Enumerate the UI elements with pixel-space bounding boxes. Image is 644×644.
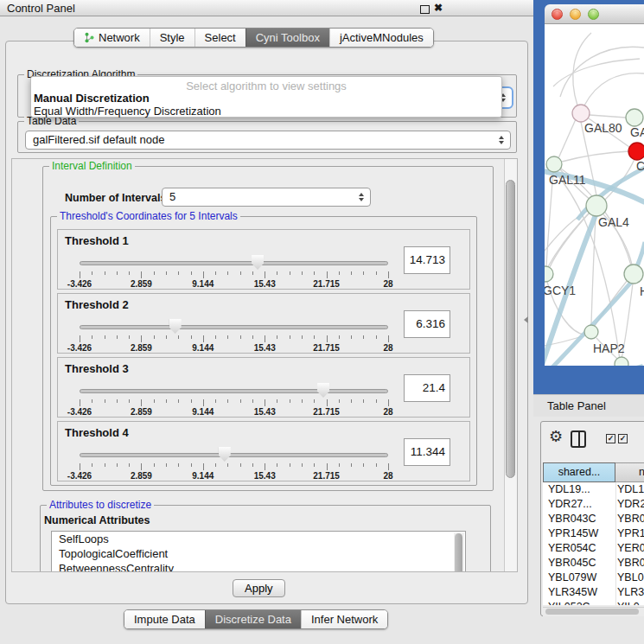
- network-node[interactable]: [615, 357, 628, 366]
- attributes-scrollbar[interactable]: [454, 532, 464, 572]
- table-hscrollbar[interactable]: [543, 607, 644, 616]
- slider-thumb[interactable]: [252, 255, 264, 270]
- table-cell-name: YIL0: [615, 600, 640, 605]
- mac-minimize-icon[interactable]: [570, 9, 581, 20]
- slider-tick: [351, 399, 352, 403]
- slider-tick: [376, 271, 377, 275]
- mac-close-icon[interactable]: [552, 9, 563, 20]
- network-icon: [84, 32, 95, 43]
- table-row[interactable]: YBR043CYBR0: [543, 512, 644, 526]
- mac-zoom-icon[interactable]: [588, 9, 599, 20]
- network-edge: [584, 73, 644, 105]
- network-node[interactable]: [624, 265, 643, 284]
- slider-tick: [154, 463, 155, 467]
- threshold-label: Threshold 2: [65, 298, 129, 311]
- network-canvas[interactable]: GAL80GACGAL11GAL4GCY1HHAP2: [545, 24, 644, 366]
- slider-track[interactable]: [80, 261, 388, 265]
- table-panel-title: Table Panel: [547, 399, 606, 412]
- number-of-intervals-combobox[interactable]: 5: [162, 188, 371, 207]
- network-node[interactable]: [584, 325, 598, 339]
- table-row[interactable]: YBR045CYBR0: [543, 556, 644, 571]
- slider-tick: [290, 463, 290, 467]
- network-node[interactable]: [628, 143, 644, 160]
- close-icon[interactable]: ✖: [434, 2, 443, 14]
- slider-tick-label: 15.43: [254, 471, 276, 481]
- slider-tick: [363, 335, 364, 339]
- threshold-value-field[interactable]: 21.4: [404, 374, 450, 402]
- table-row[interactable]: YPR145WYPR1: [543, 526, 644, 541]
- network-node-label: C: [636, 159, 644, 173]
- algorithm-option[interactable]: Manual Discretization: [34, 92, 499, 105]
- tab-network[interactable]: Network: [74, 29, 150, 47]
- list-item[interactable]: TopologicalCoefficient: [52, 546, 465, 561]
- slider-track[interactable]: [80, 325, 388, 329]
- slider-tick: [277, 463, 277, 467]
- slider-tick: [252, 463, 253, 467]
- network-node[interactable]: [545, 266, 553, 282]
- slider-track[interactable]: [80, 453, 388, 457]
- settings-scrollbar[interactable]: [504, 159, 517, 571]
- table-cell-name: YLR3: [615, 585, 644, 600]
- table-hscrollbar-thumb[interactable]: [545, 609, 639, 615]
- network-node[interactable]: [546, 156, 562, 172]
- column-header-shared-name[interactable]: shared...: [543, 462, 615, 482]
- attributes-scrollbar-thumb[interactable]: [455, 533, 462, 572]
- tab-cyni-toolbox[interactable]: Cyni Toolbox: [245, 29, 329, 47]
- table-row[interactable]: YDL19...YDL1: [543, 482, 644, 497]
- slider-tick: [277, 399, 277, 403]
- tab-jactivemnodules[interactable]: jActiveMNodules: [329, 29, 433, 47]
- table-row[interactable]: YIL052CYIL0: [543, 600, 644, 605]
- settings-scrollbar-thumb[interactable]: [506, 180, 515, 478]
- columns-icon[interactable]: [571, 430, 586, 448]
- slider-tick-label: 28: [383, 407, 392, 417]
- table-row[interactable]: YLR345WYLR3: [543, 585, 644, 600]
- algorithm-option[interactable]: Equal Width/Frequency Discretization: [34, 105, 499, 118]
- checkbox-icon[interactable]: ✓: [606, 434, 615, 443]
- column-divider: [615, 482, 616, 605]
- list-item[interactable]: SelfLoops: [52, 532, 465, 546]
- tab-label: Impute Data: [134, 613, 195, 626]
- slider-tick: [376, 399, 377, 403]
- spinner-arrows-icon: [359, 193, 364, 201]
- slider-thumb[interactable]: [169, 319, 182, 334]
- slider-tick-label: 21.715: [313, 471, 340, 481]
- table-data-combobox[interactable]: galFiltered.sif default node: [25, 131, 511, 150]
- slider-thumb[interactable]: [219, 447, 231, 462]
- threshold-label: Threshold 4: [65, 426, 129, 439]
- slider-thumb[interactable]: [317, 383, 329, 398]
- table-header-row: shared... na: [543, 462, 644, 482]
- network-node[interactable]: [572, 105, 590, 122]
- network-node[interactable]: [586, 195, 607, 216]
- tab-discretize-data[interactable]: Discretize Data: [205, 610, 301, 628]
- bottom-tab-strip: Impute DataDiscretize DataInfer Network: [124, 609, 388, 629]
- split-divider-handle[interactable]: [524, 316, 528, 323]
- tab-impute-data[interactable]: Impute Data: [124, 610, 205, 628]
- thresholds-group-title: Threshold's Coordinates for 5 Intervals: [57, 210, 240, 222]
- slider-tick: [80, 399, 80, 406]
- apply-button[interactable]: Apply: [233, 579, 285, 597]
- column-header-name[interactable]: na: [615, 462, 644, 482]
- checkbox-icon[interactable]: ✓: [618, 434, 628, 443]
- tab-style[interactable]: Style: [150, 29, 194, 47]
- tab-infer-network[interactable]: Infer Network: [301, 610, 387, 628]
- gear-icon[interactable]: ⚙: [549, 429, 563, 444]
- table-panel-titlebar: Table Panel: [533, 394, 644, 417]
- slider-tick: [339, 463, 340, 467]
- threshold-value-field[interactable]: 6.316: [404, 310, 450, 338]
- table-row[interactable]: YBL079WYBL0: [543, 571, 644, 585]
- slider-tick: [154, 399, 155, 403]
- network-node[interactable]: [626, 109, 643, 126]
- float-window-icon[interactable]: [420, 5, 430, 14]
- slider-tick: [327, 335, 328, 342]
- slider-tick: [129, 399, 130, 403]
- threshold-value-field[interactable]: 14.713: [404, 246, 450, 274]
- slider-tick: [240, 399, 241, 403]
- tab-select[interactable]: Select: [194, 29, 245, 47]
- threshold-value-field[interactable]: 11.344: [404, 438, 450, 466]
- table-row[interactable]: YER054CYER0: [543, 541, 644, 556]
- list-item[interactable]: BetweennessCentrality: [52, 561, 465, 572]
- numerical-attributes-list[interactable]: SelfLoopsTopologicalCoefficientBetweenne…: [51, 531, 466, 572]
- slider-track[interactable]: [80, 389, 388, 393]
- slider-tick-label: -3.426: [67, 471, 92, 481]
- table-row[interactable]: YDR27...YDR2: [543, 497, 644, 512]
